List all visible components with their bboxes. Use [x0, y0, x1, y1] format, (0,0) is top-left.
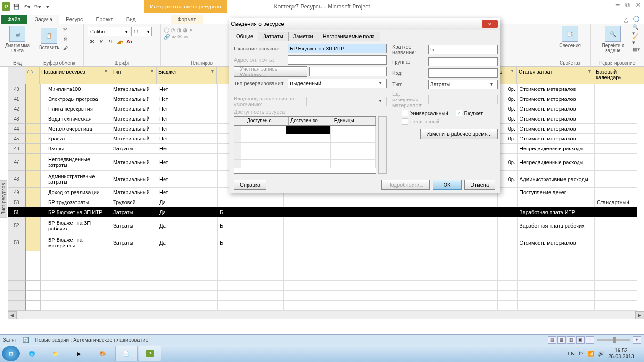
- view-gantt-icon[interactable]: ▤: [548, 336, 556, 344]
- table-row[interactable]: 50БР трудозатратыТрудовойДаСтандартный: [8, 197, 644, 207]
- row-number[interactable]: 45: [8, 134, 26, 144]
- cell-cal[interactable]: [595, 84, 637, 94]
- cell-name[interactable]: БР Бюджет на материалы: [41, 234, 111, 251]
- combo-type[interactable]: Затраты▼: [428, 80, 498, 89]
- cell-item[interactable]: Стоимость материалов: [518, 114, 595, 124]
- gantt-chart-button[interactable]: ▤ Диаграмма Ганта: [3, 25, 32, 54]
- tray-flag-icon[interactable]: 🏳: [578, 351, 584, 356]
- row-info[interactable]: [26, 144, 41, 154]
- cell-type[interactable]: Затраты: [111, 207, 157, 217]
- view-sheet-icon[interactable]: ▣: [576, 336, 585, 344]
- avail-scrollbar[interactable]: [378, 116, 387, 174]
- fill-color-button[interactable]: ◢▾: [116, 37, 124, 46]
- row-info[interactable]: [26, 84, 41, 94]
- cell-cal[interactable]: [595, 234, 637, 251]
- row-info[interactable]: [26, 94, 41, 104]
- row-number[interactable]: 41: [8, 94, 26, 104]
- row-info[interactable]: [26, 114, 41, 124]
- redo-icon[interactable]: ↷▾: [33, 2, 41, 11]
- cell-budget[interactable]: Нет: [157, 144, 218, 154]
- cell-type[interactable]: Материальный: [111, 134, 157, 144]
- font-color-button[interactable]: А▾: [125, 37, 134, 46]
- info-button[interactable]: 📑 Сведения: [553, 25, 587, 49]
- row-number[interactable]: 40: [8, 84, 26, 94]
- row-number[interactable]: 53: [8, 234, 26, 251]
- format-painter-icon[interactable]: 🖌: [61, 44, 69, 52]
- row-number[interactable]: 51: [8, 207, 26, 217]
- cell-item[interactable]: Стоимость материалов: [518, 134, 595, 144]
- table-row[interactable]: 52БР Бюджет на ЗП рабочихЗатратыДаБЗараб…: [8, 217, 644, 234]
- cell-item[interactable]: Стоимость материалов: [518, 104, 595, 114]
- restore-icon[interactable]: ⧉: [625, 1, 630, 9]
- font-name-combo[interactable]: Calibri▾: [88, 27, 130, 36]
- tab-file[interactable]: Файл: [1, 15, 27, 24]
- cell-name[interactable]: Электроды прогрева: [41, 94, 111, 104]
- app-logo-icon[interactable]: P: [2, 2, 10, 11]
- row-info[interactable]: [26, 197, 41, 207]
- status-newtasks[interactable]: Новые задачи : Автоматическое планирован…: [35, 337, 149, 343]
- cell-type[interactable]: Затраты: [111, 234, 157, 251]
- cell-cost[interactable]: [498, 197, 518, 207]
- row-number[interactable]: 52: [8, 217, 26, 234]
- cell-item[interactable]: Заработная плата ИТР: [518, 207, 595, 217]
- input-resname[interactable]: [288, 44, 387, 53]
- cell-budget[interactable]: Нет: [157, 124, 218, 134]
- fill-icon[interactable]: ▦▾: [632, 45, 641, 53]
- dialog-close-button[interactable]: ✕: [482, 20, 498, 28]
- cell-name[interactable]: БР Бюджет на ЗП ИТР: [41, 207, 111, 217]
- zoom-slider[interactable]: [597, 339, 630, 341]
- cell-name[interactable]: Доход от реализации: [41, 188, 111, 197]
- cell-name[interactable]: Металлочерепица: [41, 124, 111, 134]
- row-number[interactable]: 48: [8, 171, 26, 188]
- cancel-button[interactable]: Отмена: [464, 180, 495, 190]
- cell-type[interactable]: Трудовой: [111, 197, 157, 207]
- details-button[interactable]: Подробности...: [381, 180, 430, 190]
- row-info[interactable]: [26, 134, 41, 144]
- italic-button[interactable]: К: [97, 37, 106, 46]
- cell-cost[interactable]: 0р.: [498, 124, 518, 134]
- refresh-icon[interactable]: 🔄: [23, 337, 29, 343]
- tab-project[interactable]: Проект: [89, 15, 119, 24]
- row-number[interactable]: 43: [8, 114, 26, 124]
- scroll-left-icon[interactable]: ◀: [8, 311, 17, 319]
- row-info[interactable]: [26, 234, 41, 251]
- view-name-label[interactable]: Лист ресурсов: [0, 180, 7, 218]
- cell-cost[interactable]: 0р.: [498, 114, 518, 124]
- dlg-tab-notes[interactable]: Заметки: [288, 32, 318, 41]
- cell-budget[interactable]: Да: [157, 197, 218, 207]
- taskbar-media-icon[interactable]: ▶: [68, 346, 91, 361]
- empty-row[interactable]: [8, 261, 644, 271]
- cell-short[interactable]: Б: [218, 207, 284, 217]
- help-icon[interactable]: ⓘ: [633, 15, 639, 24]
- cell-type[interactable]: Материальный: [111, 84, 157, 94]
- col-units[interactable]: Единицы: [332, 117, 376, 125]
- cell-name[interactable]: БР Бюджет на ЗП рабочих: [41, 217, 111, 234]
- empty-row[interactable]: [8, 251, 644, 261]
- dlg-tab-general[interactable]: Общие: [231, 32, 258, 41]
- cell-cal[interactable]: [595, 207, 637, 217]
- cell-type[interactable]: Материальный: [111, 114, 157, 124]
- cell-cost[interactable]: 0р.: [498, 84, 518, 94]
- cell-budget[interactable]: Нет: [157, 84, 218, 94]
- row-info[interactable]: [26, 188, 41, 197]
- cut-icon[interactable]: ✂: [61, 25, 69, 33]
- show-desktop-button[interactable]: [638, 346, 642, 361]
- scroll-right-icon[interactable]: ▶: [635, 311, 644, 319]
- cell-item[interactable]: Поступление денег: [518, 188, 595, 197]
- row-number[interactable]: 47: [8, 154, 26, 171]
- cell-cal[interactable]: [595, 217, 637, 234]
- cell-type[interactable]: Материальный: [111, 154, 157, 171]
- col-base-cal[interactable]: Базовый календарь: [594, 67, 636, 84]
- cell-cal[interactable]: [595, 134, 637, 144]
- taskbar-ie-icon[interactable]: 🌐: [21, 346, 43, 361]
- cell-empty[interactable]: [284, 197, 498, 207]
- cell-cost[interactable]: [498, 234, 518, 251]
- cell-budget[interactable]: Нет: [157, 171, 218, 188]
- cell-item[interactable]: Непредвиденные расходы: [518, 144, 595, 154]
- chevron-down-icon[interactable]: ▼: [587, 69, 592, 74]
- tab-format[interactable]: Формат: [171, 15, 203, 24]
- cell-budget[interactable]: Нет: [157, 134, 218, 144]
- row-info[interactable]: [26, 217, 41, 234]
- row-info[interactable]: [26, 154, 41, 171]
- cell-cal[interactable]: [595, 104, 637, 114]
